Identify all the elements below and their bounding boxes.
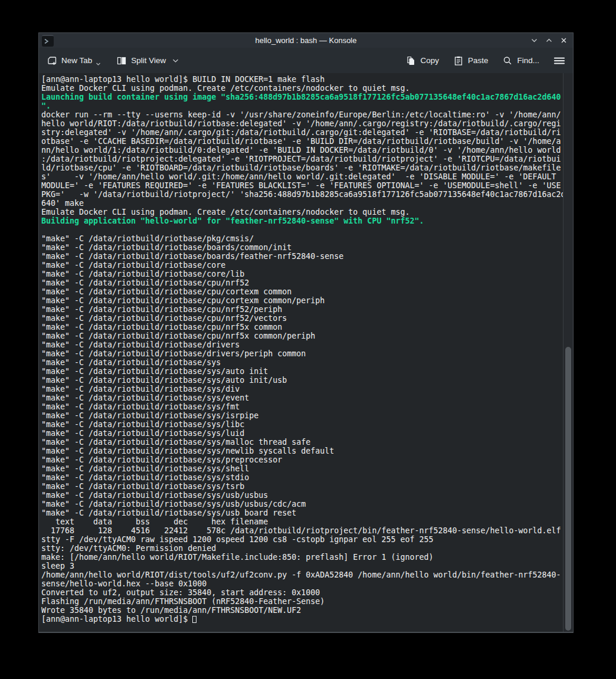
terminal-line: "make" -C /data/riotbuild/riotbase/cpu/n… bbox=[41, 323, 563, 332]
terminal-line: Converted to uf2, output size: 35840, st… bbox=[41, 588, 563, 597]
minimize-button[interactable] bbox=[529, 36, 539, 45]
copy-button[interactable]: Copy bbox=[405, 55, 439, 66]
terminal-line: "make" -C /data/riotbuild/riotbase/sys/a… bbox=[41, 367, 563, 376]
terminal-line: [ann@ann-laptop13 hello_world]$ BUILD_IN… bbox=[41, 75, 563, 84]
split-view-button[interactable]: Split View bbox=[116, 55, 179, 66]
terminal-line: "make" -C /data/riotbuild/riotbase/drive… bbox=[41, 340, 563, 349]
paste-icon bbox=[453, 55, 464, 66]
terminal-line: "make" -C /data/riotbuild/riotbase/sys/d… bbox=[41, 385, 563, 393]
new-tab-icon bbox=[47, 55, 57, 66]
terminal-line: "make" -C /data/riotbuild/riotbase/cpu/n… bbox=[41, 332, 563, 340]
terminal-line: "make" -C /data/riotbuild/riotbase/sys/u… bbox=[41, 509, 563, 517]
terminal-line: text data bss dec hex filename bbox=[41, 517, 563, 526]
terminal-line: Building application "hello-world" for "… bbox=[41, 217, 563, 225]
paste-label: Paste bbox=[468, 56, 489, 65]
terminal-line: "make" -C /data/riotbuild/riotbase/sys/s… bbox=[41, 473, 563, 482]
terminal-line: ld/riotbase/cpu' -e 'RIOTBOARD=/data/rio… bbox=[41, 163, 563, 172]
menu-button[interactable] bbox=[553, 56, 565, 65]
terminal-line: stty: /dev/ttyACM0: Permission denied bbox=[41, 544, 563, 553]
find-button[interactable]: Find... bbox=[502, 55, 539, 66]
split-view-label: Split View bbox=[131, 56, 166, 65]
terminal-line: docker run --rm --tty --userns keep-id -… bbox=[41, 110, 563, 119]
terminal-line: "make" -C /data/riotbuild/riotbase/sys/u… bbox=[41, 500, 563, 509]
close-icon bbox=[560, 37, 568, 44]
terminal-line: "make" -C /data/riotbuild/riotbase/sys/f… bbox=[41, 402, 563, 411]
titlebar[interactable]: hello_world : bash — Konsole bbox=[39, 33, 573, 48]
terminal-line: "make" -C /data/riotbuild/riotbase/sys bbox=[41, 358, 563, 367]
new-tab-button[interactable]: New Tab bbox=[47, 55, 101, 66]
terminal-line: otbase' -e 'CCACHE_BASEDIR=/data/riotbui… bbox=[41, 137, 563, 146]
window-title: hello_world : bash — Konsole bbox=[39, 36, 573, 45]
terminal-line: hello_world/RIOT:/data/riotbuild/riotbas… bbox=[41, 119, 563, 128]
terminal-lines: [ann@ann-laptop13 hello_world]$ BUILD_IN… bbox=[39, 73, 563, 632]
scrollbar-track[interactable] bbox=[563, 73, 573, 632]
terminal-line: "make" -C /data/riotbuild/riotbase/core bbox=[41, 261, 563, 270]
terminal-line: s' -v '/home/ann/hello_world/.git:/home/… bbox=[41, 172, 563, 181]
terminal-line: "make" -C /data/riotbuild/riotbase/cpu/c… bbox=[41, 287, 563, 296]
terminal-line: "make" -C /data/riotbuild/riotbase/cpu/n… bbox=[41, 314, 563, 323]
copy-icon bbox=[405, 55, 416, 66]
paste-button[interactable]: Paste bbox=[453, 55, 489, 66]
maximize-button[interactable] bbox=[544, 36, 553, 45]
scrollbar-thumb[interactable] bbox=[565, 347, 571, 631]
terminal-line: :/data/riotbuild/riotproject:delegated' … bbox=[41, 155, 563, 163]
terminal-line: stry:delegated' -v '/home/ann/.cargo/git… bbox=[41, 128, 563, 137]
terminal-line: Emulate Docker CLI using podman. Create … bbox=[41, 84, 563, 93]
terminal-line: "make" -C /data/riotbuild/riotbase/core/… bbox=[41, 270, 563, 278]
terminal-line bbox=[41, 225, 563, 234]
terminal-line: "make" -C /data/riotbuild/riotbase/cpu/n… bbox=[41, 305, 563, 314]
chevron-down-icon bbox=[172, 58, 179, 63]
new-tab-label: New Tab bbox=[61, 56, 92, 65]
terminal-line: /home/ann/hello_world/RIOT/dist/tools/uf… bbox=[41, 570, 563, 579]
terminal-line: 17768 128 4516 22412 578c /data/riotbuil… bbox=[41, 526, 563, 535]
terminal-line: Wrote 35840 bytes to /run/media/ann/FTHR… bbox=[41, 606, 563, 615]
terminal-line: "make" -C /data/riotbuild/riotbase/sys/a… bbox=[41, 376, 563, 385]
terminal-line: "make" -C /data/riotbuild/riotbase/sys/i… bbox=[41, 411, 563, 420]
chevron-up-icon bbox=[545, 37, 553, 44]
terminal-line: "make" -C /data/riotbuild/riotbase/sys/l… bbox=[41, 429, 563, 438]
copy-label: Copy bbox=[420, 56, 439, 65]
terminal-line: "make" -C /data/riotbuild/riotbase/board… bbox=[41, 252, 563, 261]
terminal-line: MODULE=' -e 'FEATURES_REQUIRED=' -e 'FEA… bbox=[41, 181, 563, 190]
terminal-line: [ann@ann-laptop13 hello_world]$ bbox=[41, 615, 563, 624]
terminal-line: "make" -C /data/riotbuild/riotbase/sys/e… bbox=[41, 393, 563, 402]
terminal-line: "make" -C /data/riotbuild/riotbase/cpu/c… bbox=[41, 296, 563, 305]
terminal-line: make: [/home/ann/hello_world/RIOT/Makefi… bbox=[41, 553, 563, 562]
terminal-line: sense/hello-world.hex --base 0x1000 bbox=[41, 579, 563, 588]
terminal-viewport[interactable]: [ann@ann-laptop13 hello_world]$ BUILD_IN… bbox=[39, 73, 573, 632]
find-label: Find... bbox=[517, 56, 539, 65]
toolbar: New Tab Split View bbox=[39, 48, 573, 73]
terminal-line: "make" -C /data/riotbuild/riotbase/pkg/c… bbox=[41, 234, 563, 243]
terminal-line: sleep 3 bbox=[41, 562, 563, 570]
desktop: hello_world : bash — Konsole bbox=[0, 0, 616, 679]
terminal-line: stty -F /dev/ttyACM0 raw ispeed 1200 osp… bbox=[41, 535, 563, 544]
chevron-down-icon bbox=[530, 37, 538, 44]
terminal-line: Launching build container using image "s… bbox=[41, 93, 563, 101]
hamburger-icon bbox=[553, 56, 565, 65]
terminal-line: "make" -C /data/riotbuild/riotbase/board… bbox=[41, 243, 563, 252]
terminal-line: ". bbox=[41, 101, 563, 110]
konsole-app-icon[interactable] bbox=[42, 35, 54, 47]
terminal-line: "make" -C /data/riotbuild/riotbase/sys/u… bbox=[41, 491, 563, 500]
terminal-line: nn/hello_world/1:/data/riotbuild/0:deleg… bbox=[41, 146, 563, 155]
terminal-line: "make" -C /data/riotbuild/riotbase/sys/s… bbox=[41, 464, 563, 473]
terminal-line: "make" -C /data/riotbuild/riotbase/sys/l… bbox=[41, 420, 563, 429]
terminal-line: "make" -C /data/riotbuild/riotbase/sys/t… bbox=[41, 482, 563, 491]
search-icon bbox=[502, 55, 513, 66]
terminal-line: Emulate Docker CLI using podman. Create … bbox=[41, 208, 563, 217]
terminal-cursor bbox=[192, 616, 196, 623]
terminal-line: Flashing /run/media/ann/FTHRSNSBOOT (nRF… bbox=[41, 597, 563, 606]
terminal-line: 640' make bbox=[41, 199, 563, 208]
close-button[interactable] bbox=[559, 36, 568, 45]
chevron-down-icon bbox=[96, 62, 101, 66]
terminal-line: "make" -C /data/riotbuild/riotbase/sys/p… bbox=[41, 455, 563, 464]
terminal-line: PKG=' -w '/data/riotbuild/riotproject/' … bbox=[41, 190, 563, 199]
split-view-icon bbox=[116, 55, 127, 66]
terminal-line: "make" -C /data/riotbuild/riotbase/drive… bbox=[41, 349, 563, 358]
terminal-prompt-icon bbox=[44, 38, 50, 44]
terminal-line: "make" -C /data/riotbuild/riotbase/cpu/n… bbox=[41, 278, 563, 287]
konsole-window: hello_world : bash — Konsole bbox=[38, 32, 574, 633]
terminal-line: "make" -C /data/riotbuild/riotbase/sys/n… bbox=[41, 447, 563, 455]
terminal-line: "make" -C /data/riotbuild/riotbase/sys/m… bbox=[41, 438, 563, 447]
